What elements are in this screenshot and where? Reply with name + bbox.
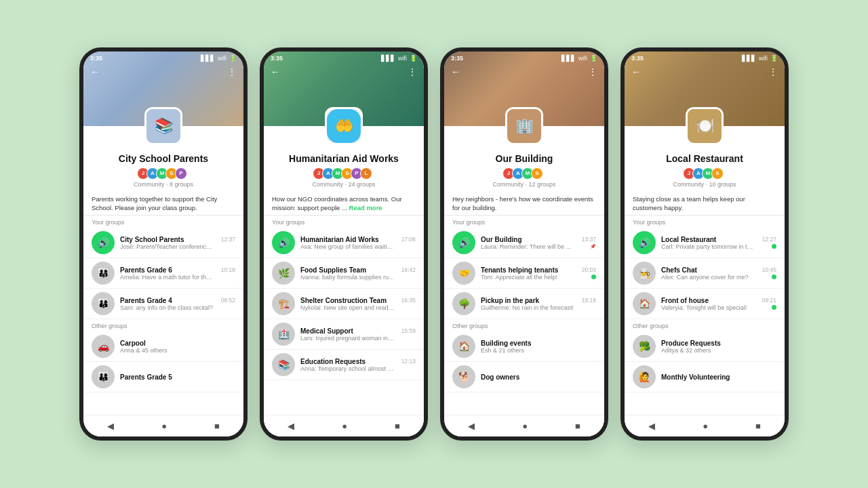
group-time: 13:37 <box>582 236 596 243</box>
group-info: Parents Grade 408:52Sam: any info on the… <box>120 297 235 311</box>
group-item[interactable]: 🔊Local Restaurant12:27Carl: Private part… <box>625 228 785 258</box>
home-nav-button[interactable]: ● <box>522 421 528 431</box>
community-desc: How our NGO coordinates across teams. Ou… <box>264 192 424 216</box>
group-item[interactable]: 🔊Humanitarian Aid Works17:06Ava: New gro… <box>264 228 424 258</box>
group-time: 10:45 <box>762 266 776 273</box>
recents-nav-button[interactable]: ■ <box>395 421 400 431</box>
group-name: Humanitarian Aid Works <box>300 236 379 243</box>
group-icon: 👨‍👩‍👦 <box>92 292 115 315</box>
group-icon: 🔊 <box>633 231 656 254</box>
community-avatar: 🤲 <box>325 107 363 145</box>
recents-nav-button[interactable]: ■ <box>575 421 580 431</box>
group-name: Shelter Construction Team <box>300 297 387 304</box>
group-info: Education Requests12:13Anna: Temporary s… <box>300 358 416 372</box>
group-last-message: Nykolai: New site open and ready for ... <box>300 304 395 311</box>
back-button[interactable]: ← <box>271 66 280 77</box>
group-item[interactable]: 🏥Medical Support15:59Lars: Injured pregn… <box>264 319 424 350</box>
group-name: Produce Requests <box>661 340 749 347</box>
phone-body: Our BuildingJAMSCommunity · 12 groupsHey… <box>444 126 604 415</box>
wifi-icon: wifi <box>578 55 587 62</box>
member-avatar: L <box>360 167 372 180</box>
back-button[interactable]: ← <box>90 66 100 77</box>
group-last-message: Laura: Reminder: There will be ... <box>481 243 571 250</box>
group-time: 16:42 <box>401 266 416 273</box>
unread-indicator <box>772 244 776 249</box>
group-item[interactable]: 👨‍👩‍👦Parents Grade 5 <box>83 362 243 392</box>
group-member-count: Esh & 21 others <box>481 347 576 354</box>
group-member-count: Aditya & 32 others <box>661 347 756 354</box>
back-nav-button[interactable]: ◀ <box>468 421 475 431</box>
group-time: 17:06 <box>401 236 416 243</box>
group-info: Shelter Construction Team16:35Nykolai: N… <box>300 297 416 311</box>
group-item[interactable]: 👨‍👩‍👦Parents Grade 408:52Sam: any info o… <box>83 289 243 319</box>
group-item[interactable]: 🤝Tenants helping tenants20:03Tom: Apprec… <box>444 258 604 289</box>
group-item[interactable]: 🌳Pickup in the park18:18Guilherme: No ra… <box>444 289 604 319</box>
group-info: Building eventsEsh & 21 others <box>481 340 596 354</box>
group-last-message: Amelia: Have a math tutor for the upco..… <box>120 274 215 281</box>
back-nav-button[interactable]: ◀ <box>107 421 114 431</box>
group-item[interactable]: 🏗️Shelter Construction Team16:35Nykolai:… <box>264 289 424 319</box>
group-item[interactable]: 👨‍👩‍👧Parents Grade 610:18Amelia: Have a … <box>83 258 243 289</box>
home-nav-button[interactable]: ● <box>703 421 708 431</box>
back-button[interactable]: ← <box>451 66 460 77</box>
community-info: Our BuildingJAMSCommunity · 12 groups <box>444 150 604 192</box>
wifi-icon: wifi <box>759 55 768 62</box>
group-name: Medical Support <box>300 327 353 335</box>
group-msg-row: Alex: Can anyone cover for me? <box>661 274 776 281</box>
group-last-message: Carl: Private party tomorrow in the ... <box>661 243 756 250</box>
group-item[interactable]: 🔊Our Building13:37Laura: Reminder: There… <box>444 228 604 258</box>
group-item[interactable]: 🐕Dog owners <box>444 362 604 392</box>
other-groups-label: Other groups <box>444 319 604 331</box>
group-item[interactable]: 🥦Produce RequestsAditya & 32 others <box>625 331 785 362</box>
group-icon: 🔊 <box>272 231 295 254</box>
group-item[interactable]: 🏠Building eventsEsh & 21 others <box>444 331 604 362</box>
group-info: Humanitarian Aid Works17:06Ava: New grou… <box>300 236 416 250</box>
group-item[interactable]: 🚗CarpoolAnna & 45 others <box>83 331 243 362</box>
member-avatars: JAMS <box>631 167 778 180</box>
back-nav-button[interactable]: ◀ <box>288 421 294 431</box>
member-avatars: JAMSPL <box>271 167 417 180</box>
group-last-message: Ivanna: baby formula supplies running ..… <box>300 274 395 281</box>
group-msg-row: Laura: Reminder: There will be ...📌 <box>481 243 596 250</box>
phone-local-restaurant: 3:35 ▋▋▋ wifi 🔋 ←⋮🍽️Local RestaurantJAMS… <box>620 47 789 441</box>
recents-nav-button[interactable]: ■ <box>755 421 761 431</box>
group-msg-row: Ava: New group of families waiting ... <box>300 243 416 250</box>
more-button[interactable]: ⋮ <box>768 66 778 77</box>
group-name-row: Pickup in the park18:18 <box>481 297 596 304</box>
read-more-link[interactable]: Read more <box>349 204 382 211</box>
other-groups-label: Other groups <box>83 319 243 331</box>
home-nav-button[interactable]: ● <box>161 421 167 431</box>
group-item[interactable]: 🔊City School Parents12:37José: Parent/Te… <box>83 228 243 258</box>
your-groups-label: Your groups <box>444 216 604 228</box>
group-item[interactable]: 👨‍🍳Chefs Chat10:45Alex: Can anyone cover… <box>625 258 785 289</box>
group-item[interactable]: 🙋Monthly Volunteering <box>625 362 785 392</box>
group-item[interactable]: 🌿Food Supplies Team16:42Ivanna: baby for… <box>264 258 424 289</box>
group-name: Front of house <box>661 297 709 304</box>
member-avatars: JAMSP <box>90 167 237 180</box>
group-item[interactable]: 🏠Front of house09:21Valeryia: Tonight wi… <box>625 289 785 319</box>
phone-body: Local RestaurantJAMSCommunity · 10 group… <box>625 126 785 415</box>
battery-icon: 🔋 <box>770 55 778 62</box>
more-button[interactable]: ⋮ <box>588 66 597 77</box>
your-groups-label: Your groups <box>264 216 424 228</box>
more-button[interactable]: ⋮ <box>227 66 237 77</box>
header-icons: ▋▋▋ wifi 🔋 <box>561 55 597 62</box>
home-nav-button[interactable]: ● <box>342 421 347 431</box>
group-info: CarpoolAnna & 45 others <box>120 340 235 354</box>
group-time: 16:35 <box>401 297 416 304</box>
group-name-row: Parents Grade 408:52 <box>120 297 235 304</box>
phone-nav-bar: ◀●■ <box>83 415 243 436</box>
group-info: Chefs Chat10:45Alex: Can anyone cover fo… <box>661 266 776 281</box>
group-last-message: Tom: Appreciate all the help! <box>481 274 557 281</box>
pin-icon: 📌 <box>590 244 596 249</box>
more-button[interactable]: ⋮ <box>408 66 417 77</box>
member-avatar: P <box>175 167 187 180</box>
back-button[interactable]: ← <box>631 66 641 77</box>
group-item[interactable]: 📚Education Requests12:13Anna: Temporary … <box>264 350 424 380</box>
group-info: City School Parents12:37José: Parent/Tea… <box>120 236 235 250</box>
recents-nav-button[interactable]: ■ <box>214 421 220 431</box>
back-nav-button[interactable]: ◀ <box>648 421 655 431</box>
group-info: Medical Support15:59Lars: Injured pregna… <box>300 327 416 342</box>
group-name-row: Humanitarian Aid Works17:06 <box>300 236 416 243</box>
community-name: City School Parents <box>90 153 237 165</box>
